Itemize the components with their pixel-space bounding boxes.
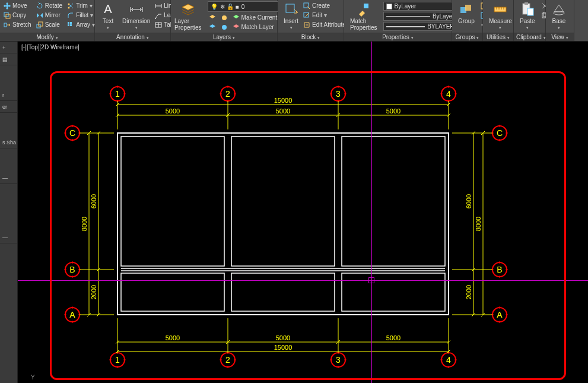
svg-rect-192 [231, 273, 335, 311]
svg-text:A: A [497, 310, 503, 319]
svg-rect-18 [304, 12, 309, 17]
text-button[interactable]: A Text▾ [97, 1, 119, 31]
panel-properties: Match Properties ByLayer▾ ByLayer▾ BYLAY… [344, 0, 452, 41]
floor-plan: 11223344CCBBAA15000500050005000500050005… [18, 42, 588, 383]
svg-text:1: 1 [115, 355, 120, 365]
svg-text:8000: 8000 [475, 217, 482, 231]
mirror-button[interactable]: Mirror [35, 11, 63, 20]
layer-tool-4[interactable] [220, 23, 229, 31]
base-view-button[interactable]: Base▾ [548, 1, 570, 31]
svg-text:1: 1 [115, 89, 120, 99]
svg-text:6000: 6000 [90, 194, 97, 208]
svg-text:15000: 15000 [274, 97, 293, 104]
svg-text:B: B [69, 265, 75, 274]
svg-rect-9 [68, 24, 69, 26]
svg-text:3: 3 [336, 89, 341, 99]
left-palette-bar: + ▤ r er s Sha… — — [0, 42, 18, 383]
svg-rect-10 [70, 24, 72, 26]
svg-text:4: 4 [446, 89, 451, 99]
svg-rect-8 [70, 22, 72, 24]
svg-text:2000: 2000 [90, 285, 97, 299]
svg-text:8000: 8000 [81, 217, 88, 231]
panel-view: Base▾ View▾ [546, 0, 574, 41]
svg-point-6 [68, 7, 70, 8]
insert-button[interactable]: Insert▾ [280, 1, 302, 31]
dimension-button[interactable]: Dimension▾ [119, 1, 154, 31]
svg-text:5000: 5000 [386, 334, 401, 341]
svg-text:2: 2 [225, 89, 230, 99]
drawing-area[interactable]: [-][Top][2D Wireframe] 11223344CCBBAA150… [18, 42, 588, 383]
paste-button[interactable]: Paste▾ [516, 1, 539, 31]
svg-text:A: A [104, 2, 112, 15]
svg-text:2: 2 [225, 355, 230, 365]
panel-groups: Group Groups▾ [452, 0, 483, 41]
linetype-dropdown[interactable]: ByLayer▾ [383, 12, 460, 21]
panel-annotation: A Text▾ Dimension▾ Linear▾ Leader▾ Table… [95, 0, 171, 41]
left-pal-6[interactable]: — [0, 232, 17, 243]
panel-title-block[interactable]: Block▾ [278, 33, 344, 41]
svg-rect-24 [494, 7, 506, 12]
array-button[interactable]: Array▾ [66, 20, 96, 29]
layer-tool-3[interactable] [220, 13, 229, 22]
left-pal-0[interactable]: + [0, 42, 17, 53]
left-pal-1[interactable]: ▤ [0, 53, 17, 65]
svg-text:4: 4 [446, 355, 451, 365]
stretch-button[interactable]: Stretch [2, 20, 33, 29]
scale-button[interactable]: Scale [35, 20, 63, 29]
lineweight-dropdown[interactable]: BYLAYER▾ [383, 22, 460, 31]
svg-rect-185 [117, 133, 449, 315]
ribbon: Move Copy Stretch Rotate Mirror Scale Tr… [0, 0, 588, 42]
left-pal-5[interactable]: — [0, 172, 17, 184]
crosshair-vertical [371, 42, 372, 383]
panel-modify: Move Copy Stretch Rotate Mirror Scale Tr… [0, 0, 95, 41]
panel-utilities: Measure▾ Utilities▾ [483, 0, 514, 41]
panel-title-annotation[interactable]: Annotation▾ [95, 33, 170, 41]
panel-title-view[interactable]: View▾ [546, 33, 574, 41]
layer-properties-button[interactable]: Layer Properties [171, 0, 205, 32]
svg-rect-19 [364, 4, 368, 8]
svg-rect-7 [68, 22, 69, 24]
svg-rect-193 [342, 273, 445, 311]
make-current-button[interactable]: Make Current [231, 13, 279, 22]
move-button[interactable]: Move [2, 1, 33, 10]
svg-rect-26 [525, 2, 528, 5]
svg-text:5000: 5000 [166, 334, 180, 341]
svg-rect-186 [121, 137, 224, 266]
copy-button[interactable]: Copy [2, 11, 33, 20]
panel-clipboard: Paste▾ Clipboard▾ [514, 0, 546, 41]
svg-text:C: C [69, 128, 75, 138]
ucs-y-label: Y [31, 374, 35, 381]
svg-point-12 [155, 18, 156, 19]
group-button[interactable]: Group [454, 1, 478, 26]
svg-text:B: B [497, 265, 502, 274]
layer-tool-2[interactable] [208, 23, 217, 31]
color-dropdown[interactable]: ByLayer▾ [383, 2, 460, 11]
left-pal-4[interactable]: s Sha… [0, 137, 17, 148]
panel-title-clipboard[interactable]: Clipboard▾ [514, 33, 545, 41]
svg-rect-2 [4, 23, 7, 27]
panel-title-utilities[interactable]: Utilities▾ [483, 33, 513, 41]
svg-text:C: C [497, 128, 503, 138]
panel-title-groups[interactable]: Groups▾ [452, 33, 482, 41]
panel-title-modify[interactable]: Modify▾ [0, 33, 94, 41]
fillet-button[interactable]: Fillet▾ [66, 11, 96, 20]
rotate-button[interactable]: Rotate [35, 1, 63, 10]
svg-point-14 [222, 15, 227, 20]
svg-text:5000: 5000 [276, 334, 290, 341]
svg-point-15 [222, 25, 227, 30]
trim-button[interactable]: Trim▾ [66, 1, 96, 10]
svg-text:15000: 15000 [274, 344, 293, 351]
measure-button[interactable]: Measure▾ [485, 1, 516, 31]
match-layer-button[interactable]: Match Layer [231, 23, 279, 31]
panel-title-properties[interactable]: Properties▾ [344, 33, 452, 41]
svg-text:5000: 5000 [276, 107, 290, 115]
panel-layers: Layer Properties 💡❄🔓■ 0▾ [171, 0, 278, 41]
panel-title-layers[interactable]: Layers▾ [171, 33, 277, 41]
left-pal-2[interactable]: r [0, 89, 17, 101]
match-properties-button[interactable]: Match Properties [347, 1, 381, 32]
panel-block: Insert▾ Create Edit▾ Edit Attributes▾ Bl… [278, 0, 344, 41]
svg-point-5 [68, 3, 70, 5]
left-pal-3[interactable]: er [0, 101, 17, 113]
layer-tool-1[interactable] [208, 13, 217, 22]
svg-rect-16 [286, 4, 294, 12]
